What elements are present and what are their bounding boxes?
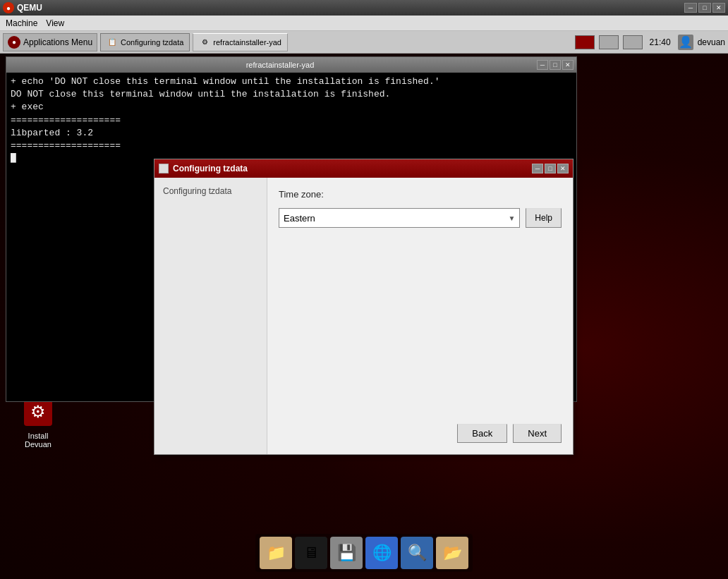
taskbar-window-installer[interactable]: ⚙ refractainstaller-yad — [193, 33, 288, 51]
install-devuan-label: InstallDevuan — [25, 432, 51, 449]
clock: 21:40 — [647, 37, 674, 47]
qemu-close-button[interactable]: ✕ — [712, 3, 725, 13]
taskbar-right: 21:40 👤 devuan — [575, 35, 725, 50]
back-button[interactable]: Back — [457, 424, 507, 443]
dock-files2-icon[interactable]: 💾 — [330, 537, 363, 569]
terminal-title: refractainstaller-yad — [23, 61, 537, 69]
terminal-line-3: + exec — [11, 101, 572, 114]
dock: 📁 🖥 💾 🌐 🔍 📂 — [255, 534, 473, 572]
dropdown-arrow-icon: ▼ — [508, 214, 515, 222]
apps-menu-label: Applications Menu — [23, 37, 92, 47]
indicator-1 — [599, 35, 619, 49]
dialog-spacer — [279, 239, 562, 418]
help-button[interactable]: Help — [526, 208, 562, 228]
next-button[interactable]: Next — [513, 424, 562, 443]
terminal-line-1: + echo 'DO NOT close this terminal windo… — [11, 75, 572, 88]
terminal-controls: ─ □ ✕ — [537, 60, 574, 70]
indicator-active — [575, 35, 595, 49]
timezone-selected-value: Eastern — [284, 213, 315, 224]
dialog-minimize-button[interactable]: ─ — [532, 164, 543, 173]
svg-text:⚙: ⚙ — [30, 402, 46, 421]
terminal-minimize-button[interactable]: ─ — [537, 60, 548, 70]
taskbar-window-tzdata[interactable]: 📋 Configuring tzdata — [100, 33, 190, 51]
dialog-title: Configuring tzdata — [173, 164, 248, 173]
timezone-label: Time zone: — [279, 189, 562, 200]
terminal-close-button[interactable]: ✕ — [562, 60, 574, 70]
applications-menu-button[interactable]: ● Applications Menu — [3, 33, 97, 51]
dialog-close-button[interactable]: ✕ — [557, 164, 569, 173]
dock-files-icon[interactable]: 📁 — [260, 537, 292, 569]
qemu-title: QEMU — [17, 3, 42, 13]
installer-window-label: refractainstaller-yad — [213, 38, 281, 47]
menubar: Machine View — [0, 16, 728, 31]
dock-search-icon[interactable]: 🔍 — [401, 537, 433, 569]
tzdata-window-label: Configuring tzdata — [121, 38, 183, 47]
terminal-maximize-button[interactable]: □ — [550, 60, 561, 70]
taskbar: ● Applications Menu 📋 Configuring tzdata… — [0, 31, 728, 54]
install-devuan-icon[interactable]: ⚙ InstallDevuan — [21, 395, 55, 449]
qemu-icon: ● — [3, 2, 14, 13]
tzdata-dialog: Configuring tzdata ─ □ ✕ Configuring tzd… — [154, 159, 574, 455]
dialog-sidebar: Configuring tzdata — [154, 178, 267, 454]
installer-window-icon: ⚙ — [199, 37, 210, 48]
qemu-window-controls: ─ □ ✕ — [684, 3, 725, 13]
sidebar-label: Configuring tzdata — [163, 186, 231, 196]
tzdata-window-icon: 📋 — [107, 37, 118, 48]
dialog-titlebar: Configuring tzdata ─ □ ✕ — [154, 159, 573, 178]
terminal-line-5: libparted : 3.2 — [11, 127, 572, 140]
indicator-2 — [623, 35, 643, 49]
terminal-line-2: DO NOT close this terminal window until … — [11, 88, 572, 101]
dialog-main: Time zone: Eastern ▼ Help Back Next — [267, 178, 573, 454]
apps-menu-icon: ● — [8, 36, 20, 49]
user-icon: 👤 — [678, 35, 693, 50]
dialog-action-buttons: Back Next — [279, 418, 562, 443]
dialog-controls: ─ □ ✕ — [532, 164, 569, 173]
terminal-line-6: ==================== — [11, 140, 572, 152]
terminal-line-4: ==================== — [11, 114, 572, 127]
menu-view[interactable]: View — [46, 18, 64, 28]
dock-folder2-icon[interactable]: 📂 — [436, 537, 468, 569]
qemu-titlebar: ● QEMU ─ □ ✕ — [0, 0, 728, 16]
terminal-titlebar: refractainstaller-yad ─ □ ✕ — [6, 57, 576, 73]
dock-terminal-icon[interactable]: 🖥 — [295, 537, 327, 569]
qemu-minimize-button[interactable]: ─ — [684, 3, 697, 13]
username: devuan — [698, 37, 725, 47]
menu-machine[interactable]: Machine — [6, 18, 37, 28]
dialog-title-left: Configuring tzdata — [159, 164, 248, 173]
dock-browser-icon[interactable]: 🌐 — [365, 537, 398, 569]
timezone-dropdown[interactable]: Eastern ▼ — [279, 208, 520, 228]
qemu-maximize-button[interactable]: □ — [698, 3, 711, 13]
dialog-maximize-button[interactable]: □ — [545, 164, 556, 173]
dialog-body: Configuring tzdata Time zone: Eastern ▼ … — [154, 178, 573, 454]
timezone-select-row: Eastern ▼ Help — [279, 208, 562, 228]
dialog-icon — [159, 164, 169, 173]
